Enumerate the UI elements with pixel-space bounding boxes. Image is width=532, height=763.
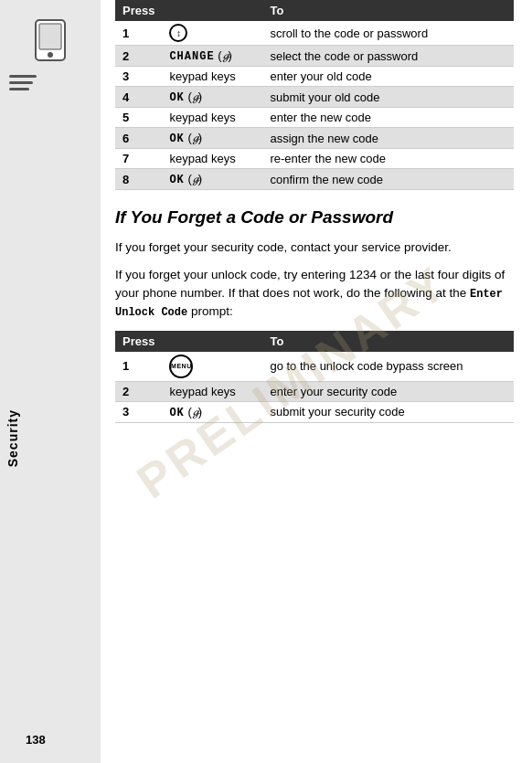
ok-btn-icon: (𝓰)	[185, 405, 202, 419]
ok-btn-icon: (𝓰)	[185, 172, 202, 185]
row-to: submit your security code	[262, 401, 514, 422]
table-row: 2keypad keysenter your security code	[115, 381, 514, 401]
phone-icon	[27, 16, 74, 64]
press-text: keypad keys	[162, 67, 262, 87]
row-to: scroll to the code or password	[262, 21, 514, 46]
first-table-header-to: To	[262, 0, 514, 21]
ok-key-label: OK	[169, 174, 184, 186]
ok-key-label: OK	[169, 407, 184, 419]
menu-icon: MENU	[169, 355, 193, 378]
table-row: 7keypad keysre-enter the new code	[115, 149, 514, 169]
row-to: enter your security code	[262, 381, 514, 401]
second-table: Press To 1MENUgo to the unlock code bypa…	[115, 331, 514, 423]
svg-rect-1	[39, 24, 61, 49]
row-to: enter your old code	[262, 67, 514, 87]
table-row: 3OK (𝓰)submit your security code	[115, 401, 514, 422]
table-row: 6OK (𝓰)assign the new code	[115, 128, 514, 149]
table-row: 5keypad keysenter the new code	[115, 108, 514, 128]
paragraph-1: If you forget your security code, contac…	[115, 238, 514, 257]
svg-point-2	[48, 52, 53, 58]
paragraph-2: If you forget your unlock code, try ente…	[115, 266, 514, 322]
row-to: assign the new code	[262, 128, 514, 149]
main-content: Press To 1scroll to the code or password…	[101, 0, 532, 458]
row-number: 4	[115, 87, 162, 108]
row-number: 2	[115, 46, 162, 67]
table-row: 4OK (𝓰)submit your old code	[115, 87, 514, 108]
first-table: Press To 1scroll to the code or password…	[115, 0, 514, 190]
press-text: keypad keys	[162, 381, 262, 401]
row-number: 3	[115, 67, 162, 87]
row-number: 8	[115, 169, 162, 190]
table-row: 1scroll to the code or password	[115, 21, 514, 46]
second-table-header-press-detail	[162, 331, 262, 352]
row-number: 2	[115, 381, 162, 401]
row-to: submit your old code	[262, 87, 514, 108]
section-heading: If You Forget a Code or Password	[115, 207, 514, 229]
first-table-header-press: Press	[115, 0, 162, 21]
row-to: select the code or password	[262, 46, 514, 67]
press-text: keypad keys	[162, 149, 262, 169]
table-row: 2CHANGE (𝓰)select the code or password	[115, 46, 514, 67]
row-number: 3	[115, 401, 162, 422]
row-to: enter the new code	[262, 108, 514, 128]
ok-btn-icon: (𝓰)	[185, 90, 202, 103]
change-btn-icon: (𝓰)	[215, 48, 232, 62]
row-number: 5	[115, 108, 162, 128]
second-table-header-to: To	[262, 331, 514, 352]
second-table-header-press: Press	[115, 331, 162, 352]
table-row: 8OK (𝓰)confirm the new code	[115, 169, 514, 190]
row-to: go to the unlock code bypass screen	[262, 352, 514, 382]
page-number: 138	[26, 733, 46, 747]
change-key-label: CHANGE	[169, 50, 214, 63]
sidebar: Security	[0, 0, 101, 763]
row-number: 7	[115, 149, 162, 169]
row-to: re-enter the new code	[262, 149, 514, 169]
ok-key-label: OK	[169, 91, 184, 104]
ok-btn-icon: (𝓰)	[185, 131, 202, 144]
scroll-icon	[169, 24, 187, 42]
table-row: 3keypad keysenter your old code	[115, 67, 514, 87]
table-row: 1MENUgo to the unlock code bypass screen	[115, 352, 514, 382]
row-number: 1	[115, 21, 162, 46]
row-number: 1	[115, 352, 162, 382]
paragraph-2-part2: prompt:	[187, 304, 233, 318]
sidebar-section-label: Security	[0, 388, 26, 489]
row-number: 6	[115, 128, 162, 149]
ok-key-label: OK	[169, 132, 184, 145]
paragraph-2-part1: If you forget your unlock code, try ente…	[115, 268, 505, 300]
press-text: keypad keys	[162, 108, 262, 128]
first-table-header-press-detail	[162, 0, 262, 21]
row-to: confirm the new code	[262, 169, 514, 190]
sidebar-decorative-lines	[0, 75, 37, 90]
